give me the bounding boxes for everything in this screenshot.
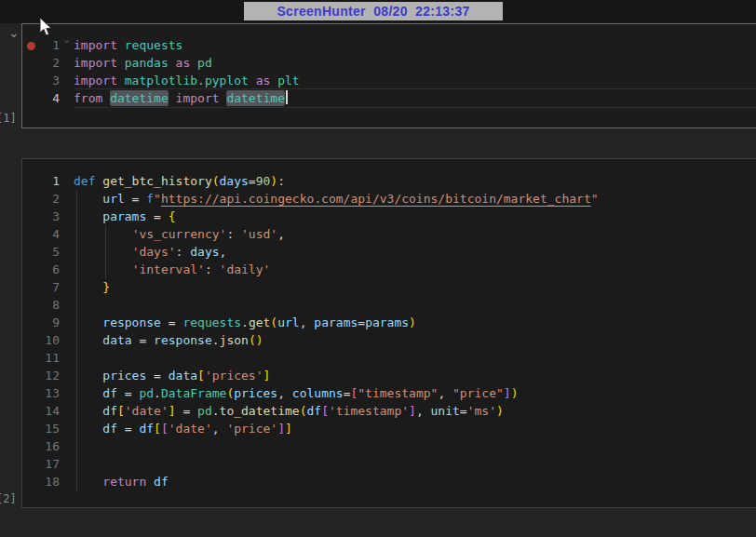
code-line[interactable]: 4 'vs_currency': 'usd', [22, 225, 756, 243]
code-token: , [277, 386, 292, 400]
code-token: df [154, 475, 169, 489]
line-number[interactable]: 7 [22, 278, 60, 296]
line-number[interactable]: 1 [22, 172, 60, 190]
code-token: ( [212, 174, 220, 188]
code-token: [ [154, 422, 161, 436]
fold-chevron-icon[interactable]: ⌄ [62, 34, 71, 46]
line-number[interactable]: 18 [22, 473, 60, 490]
gutter-slot [60, 420, 74, 437]
code-token: 90 [256, 174, 271, 188]
code-line[interactable]: 14 df['date'] = pd.to_datetime(df['times… [22, 402, 756, 420]
line-number[interactable]: 10 [22, 331, 60, 349]
code-token: params [314, 315, 358, 329]
code-token: matplotlib.pyplot [125, 74, 249, 87]
code-token: = [176, 404, 197, 418]
code-text: import pandas as pd [74, 54, 212, 72]
mouse-cursor [39, 17, 53, 37]
line-number[interactable]: 4 [22, 225, 60, 243]
gutter-slot [60, 331, 74, 349]
code-token: url [277, 315, 299, 329]
line-number[interactable]: 11 [22, 349, 60, 367]
notebook-cell-1[interactable]: ⌄ 1import requests2import pandas as pd3i… [21, 23, 756, 128]
code-token: ( [270, 315, 277, 329]
code-text: import matplotlib.pyplot as plt [74, 72, 300, 89]
code-token: { [169, 209, 176, 223]
gutter-slot [60, 190, 74, 208]
code-token: , [212, 422, 227, 436]
code-token: = [249, 174, 256, 188]
code-token [74, 404, 102, 418]
line-number[interactable]: 8 [22, 296, 60, 314]
code-token [74, 209, 102, 223]
code-token: = [132, 333, 154, 347]
code-editor-cell-1[interactable]: 1import requests2import pandas as pd3imp… [22, 24, 756, 107]
line-number[interactable]: 5 [22, 243, 60, 261]
code-line[interactable]: 11 [22, 349, 756, 367]
code-line[interactable]: 9 response = requests.get(url, params=pa… [22, 314, 756, 331]
line-number[interactable]: 2 [22, 190, 60, 208]
code-line[interactable]: 16 [22, 437, 756, 455]
code-line[interactable]: 1def get_btc_history(days=90): [22, 172, 756, 190]
code-line[interactable]: 5 'days': days, [22, 243, 756, 261]
code-token: : [277, 174, 285, 188]
code-token: 'timestamp' [329, 404, 409, 418]
code-token: as [176, 56, 191, 70]
chevron-down-icon[interactable]: ⌄ [8, 25, 20, 40]
code-line[interactable]: 6 'interval': 'daily' [22, 261, 756, 278]
code-line[interactable]: 12 prices = data['prices'] [22, 367, 756, 384]
code-text: df = df[['date', 'price']] [74, 420, 292, 437]
code-token: response [154, 333, 212, 347]
code-token [270, 74, 277, 87]
line-number[interactable]: 6 [22, 261, 60, 278]
code-token: ] [169, 404, 176, 418]
line-number[interactable]: 3 [22, 72, 60, 89]
line-number[interactable]: 13 [22, 384, 60, 402]
code-token: , [277, 227, 285, 241]
code-token: as [256, 74, 271, 87]
code-line[interactable]: 10 data = response.json() [22, 331, 756, 349]
breakpoint-icon[interactable] [27, 42, 35, 50]
code-token [74, 369, 102, 383]
code-line[interactable]: 2 url = f"https://api.coingecko.com/api/… [22, 190, 756, 208]
chevron-right-icon[interactable]: › [0, 28, 1, 43]
code-token: = [117, 386, 139, 400]
code-token [74, 422, 102, 436]
code-token: response [102, 315, 161, 329]
code-token: pd [197, 56, 212, 70]
code-line[interactable]: 3 params = { [22, 208, 756, 225]
line-number[interactable]: 12 [22, 367, 60, 384]
code-line[interactable]: 3import matplotlib.pyplot as plt [22, 72, 756, 89]
line-number[interactable]: 16 [22, 437, 60, 455]
gutter-slot [60, 54, 74, 72]
code-text: import requests [74, 36, 182, 54]
code-token: . [154, 386, 161, 400]
code-text: 'vs_currency': 'usd', [74, 225, 285, 243]
code-line[interactable]: 1import requests [22, 36, 756, 54]
code-token: : [176, 245, 191, 259]
code-line[interactable]: 13 df = pd.DataFrame(prices, columns=["t… [22, 384, 756, 402]
code-line[interactable]: 8 [22, 296, 756, 314]
code-token [190, 56, 197, 70]
line-number[interactable]: 15 [22, 420, 60, 437]
code-token: data [169, 369, 197, 383]
code-line[interactable]: 4from datetime import datetime [22, 89, 756, 107]
code-line[interactable]: 18 return df [22, 473, 756, 490]
line-number[interactable]: 4 [22, 89, 60, 107]
notebook-cell-2[interactable]: 1def get_btc_history(days=90):2 url = f"… [21, 158, 756, 508]
line-number[interactable]: 3 [22, 208, 60, 225]
code-editor-cell-2[interactable]: 1def get_btc_history(days=90):2 url = f"… [22, 159, 756, 490]
code-token: pd [139, 386, 154, 400]
code-line[interactable]: 17 [22, 455, 756, 473]
code-line[interactable]: 7 } [22, 278, 756, 296]
gutter-slot [60, 243, 74, 261]
code-token: [ [117, 404, 125, 418]
code-token: . [212, 333, 220, 347]
code-text: return df [74, 473, 169, 490]
line-number[interactable]: 9 [22, 314, 60, 331]
line-number[interactable]: 14 [22, 402, 60, 420]
code-line[interactable]: 15 df = df[['date', 'price']] [22, 420, 756, 437]
line-number[interactable]: 2 [22, 54, 60, 72]
code-line[interactable]: 2import pandas as pd [22, 54, 756, 72]
code-token: import [74, 38, 117, 52]
line-number[interactable]: 17 [22, 455, 60, 473]
